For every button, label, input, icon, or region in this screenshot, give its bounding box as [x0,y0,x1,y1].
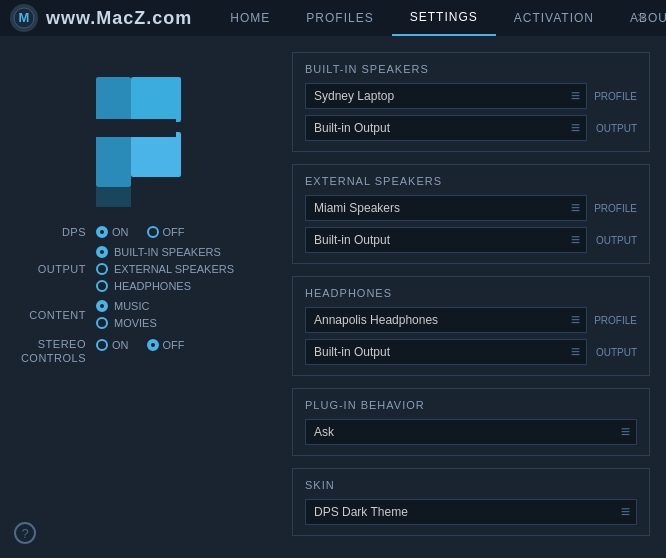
svg-rect-3 [131,77,181,122]
skin-value: DPS Dark Theme [314,505,408,519]
output-speakers-radio[interactable] [96,246,108,258]
external-speakers-section: EXTERNAL SPEAKERS Miami Speakers PROFILE… [292,164,650,264]
plugin-behavior-title: PLUG-IN BEHAVIOR [305,399,637,411]
external-profile-dropdown[interactable]: Miami Speakers [305,195,587,221]
built-in-speakers-title: BUILT-IN SPEAKERS [305,63,637,75]
content-music-option[interactable]: MUSIC [96,300,157,312]
main-content: DPS ON OFF OUTPUT [0,36,666,558]
output-options: BUILT-IN SPEAKERS EXTERNAL SPEAKERS HEAD… [96,246,234,292]
stereo-label: STEREOCONTROLS [16,337,86,366]
output-speakers-label: BUILT-IN SPEAKERS [114,246,221,258]
headphones-profile-value: Annapolis Headphones [314,313,438,327]
stereo-on-label: ON [112,339,129,351]
output-row: OUTPUT BUILT-IN SPEAKERS EXTERNAL SPEAKE… [16,246,276,292]
content-label: CONTENT [16,309,86,321]
close-button[interactable]: × [629,5,654,31]
headphones-output-value: Built-in Output [314,345,390,359]
external-speakers-title: EXTERNAL SPEAKERS [305,175,637,187]
dps-on-button[interactable]: ON [96,226,129,238]
built-in-profile-dropdown[interactable]: Sydney Laptop [305,83,587,109]
headphones-output-menu-icon [571,343,580,361]
external-profile-tag: PROFILE [593,203,637,214]
content-movies-option[interactable]: MOVIES [96,317,157,329]
content-movies-radio[interactable] [96,317,108,329]
stereo-on-radio[interactable] [96,339,108,351]
built-in-profile-value: Sydney Laptop [314,89,394,103]
plugin-behavior-section: PLUG-IN BEHAVIOR Ask [292,388,650,456]
output-headphones-label: HEADPHONES [114,280,191,292]
plugin-behavior-dropdown[interactable]: Ask [305,419,637,445]
stereo-toggle-group: ON OFF [96,339,185,351]
built-in-output-dropdown[interactable]: Built-in Output [305,115,587,141]
skin-title: SKIN [305,479,637,491]
built-in-profile-row: Sydney Laptop PROFILE [305,83,637,109]
right-panel: BUILT-IN SPEAKERS Sydney Laptop PROFILE … [292,52,650,542]
external-output-dropdown[interactable]: Built-in Output [305,227,587,253]
svg-text:M: M [19,10,30,25]
built-in-output-value: Built-in Output [314,121,390,135]
content-movies-label: MOVIES [114,317,157,329]
built-in-profile-tag: PROFILE [593,91,637,102]
content-options: MUSIC MOVIES [96,300,157,329]
headphones-section: HEADPHONES Annapolis Headphones PROFILE … [292,276,650,376]
svg-rect-4 [131,132,181,177]
output-external-radio[interactable] [96,263,108,275]
stereo-row: STEREOCONTROLS ON OFF [16,337,276,366]
headphones-output-tag: OUTPUT [593,347,637,358]
svg-rect-6 [96,187,131,207]
built-in-output-row: Built-in Output OUTPUT [305,115,637,141]
external-profile-row: Miami Speakers PROFILE [305,195,637,221]
dps-off-radio[interactable] [147,226,159,238]
dps-on-radio[interactable] [96,226,108,238]
skin-menu-icon [621,503,630,521]
stereo-off-label: OFF [163,339,185,351]
nav-activation[interactable]: ACTIVATION [496,0,612,36]
external-output-row: Built-in Output OUTPUT [305,227,637,253]
dps-off-button[interactable]: OFF [147,226,185,238]
dps-toggle-group: ON OFF [96,226,185,238]
external-output-value: Built-in Output [314,233,390,247]
app-logo: M [10,4,38,32]
content-music-radio[interactable] [96,300,108,312]
controls-section: DPS ON OFF OUTPUT [16,226,276,374]
svg-rect-5 [96,119,176,137]
headphones-profile-menu-icon [571,311,580,329]
stereo-off-radio[interactable] [147,339,159,351]
main-nav: HOME PROFILES SETTINGS ACTIVATION ABOUT [212,0,666,36]
dps-row: DPS ON OFF [16,226,276,238]
headphones-output-dropdown[interactable]: Built-in Output [305,339,587,365]
external-output-menu-icon [571,231,580,249]
nav-settings[interactable]: SETTINGS [392,0,496,36]
dps-on-label: ON [112,226,129,238]
stereo-off-button[interactable]: OFF [147,339,185,351]
output-external-option[interactable]: EXTERNAL SPEAKERS [96,263,234,275]
title-bar: M www.MacZ.com HOME PROFILES SETTINGS AC… [0,0,666,36]
built-in-speakers-section: BUILT-IN SPEAKERS Sydney Laptop PROFILE … [292,52,650,152]
help-button[interactable]: ? [14,522,36,544]
output-label: OUTPUT [16,263,86,275]
content-music-label: MUSIC [114,300,149,312]
site-title: www.MacZ.com [46,8,192,29]
skin-row: DPS Dark Theme [305,499,637,525]
external-profile-menu-icon [571,199,580,217]
dps-off-label: OFF [163,226,185,238]
output-speakers-option[interactable]: BUILT-IN SPEAKERS [96,246,234,258]
headphones-profile-dropdown[interactable]: Annapolis Headphones [305,307,587,333]
nav-profiles[interactable]: PROFILES [288,0,391,36]
dps-label: DPS [16,226,86,238]
output-headphones-radio[interactable] [96,280,108,292]
brand-logo-large [66,52,226,212]
stereo-on-button[interactable]: ON [96,339,129,351]
headphones-output-row: Built-in Output OUTPUT [305,339,637,365]
headphones-profile-row: Annapolis Headphones PROFILE [305,307,637,333]
plugin-behavior-menu-icon [621,423,630,441]
headphones-profile-tag: PROFILE [593,315,637,326]
headphones-title: HEADPHONES [305,287,637,299]
built-in-profile-menu-icon [571,87,580,105]
output-external-label: EXTERNAL SPEAKERS [114,263,234,275]
nav-home[interactable]: HOME [212,0,288,36]
skin-dropdown[interactable]: DPS Dark Theme [305,499,637,525]
output-headphones-option[interactable]: HEADPHONES [96,280,234,292]
skin-section: SKIN DPS Dark Theme [292,468,650,536]
built-in-output-tag: OUTPUT [593,123,637,134]
